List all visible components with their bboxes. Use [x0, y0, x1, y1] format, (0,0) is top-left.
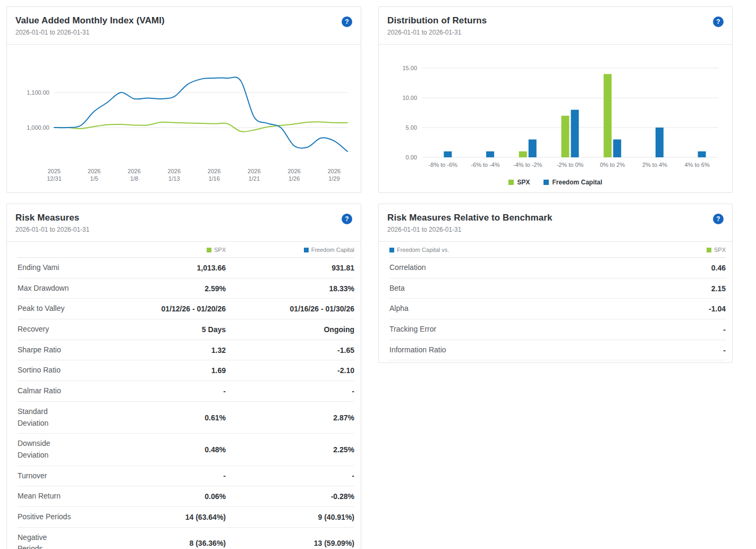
distribution-legend: SPX Freedom Capital: [379, 178, 732, 192]
spx-value: 8 (36.36%): [97, 539, 226, 547]
freedom-capital-swatch-icon: [389, 248, 394, 252]
legend-item-spx[interactable]: SPX: [508, 179, 530, 186]
table-row: Information Ratio -: [389, 340, 726, 361]
table-row: Correlation 0.46: [389, 258, 726, 278]
freedom-capital-value: 9 (40.91%): [226, 513, 354, 521]
help-icon[interactable]: ?: [342, 16, 352, 27]
risk-benchmark-table-header: Freedom Capital vs. SPX: [389, 242, 726, 258]
spx-value: 0.06%: [97, 492, 226, 501]
table-row: Standard Deviation 0.61% 2.87%: [18, 402, 354, 434]
vami-panel-title: Value Added Monthly Index (VAMI): [15, 15, 352, 26]
vami-line-chart: 1,000.001,100.00202512/3120261/520261/82…: [13, 50, 355, 189]
svg-text:1/26: 1/26: [288, 175, 300, 182]
freedom-capital-vs-label: Freedom Capital vs.: [397, 247, 449, 253]
risk-measures-subtitle: 2026-01-01 to 2026-01-31: [15, 226, 352, 233]
table-row: Negative Periods 8 (36.36%) 13 (59.09%): [18, 528, 354, 549]
distribution-panel-title: Distribution of Returns: [387, 15, 724, 26]
freedom-capital-value: 13 (59.09%): [226, 539, 354, 547]
legend-label-spx: SPX: [517, 179, 530, 186]
svg-text:1/29: 1/29: [328, 175, 339, 182]
svg-text:1/16: 1/16: [208, 175, 219, 182]
help-icon[interactable]: ?: [713, 16, 724, 27]
svg-text:2026: 2026: [208, 168, 220, 174]
metric-label: Information Ratio: [389, 344, 558, 356]
risk-benchmark-title: Risk Measures Relative to Benchmark: [387, 213, 724, 223]
spx-value: 1.32: [97, 346, 226, 354]
svg-text:-4% to -2%: -4% to -2%: [513, 162, 542, 168]
table-row: Ending Vami 1,013.66 931.81: [18, 258, 354, 278]
freedom-capital-value: 01/16/26 - 01/30/26: [226, 305, 354, 313]
vami-panel-subtitle: 2026-01-01 to 2026-01-31: [15, 29, 352, 36]
metric-label: Max Drawdown: [18, 283, 97, 294]
metric-label: Beta: [389, 283, 558, 294]
svg-text:-2% to 0%: -2% to 0%: [556, 162, 583, 168]
svg-text:4% to 6%: 4% to 6%: [684, 162, 709, 168]
svg-text:2026: 2026: [88, 168, 100, 174]
spx-value: -: [97, 387, 226, 395]
risk-measures-table: SPX Freedom Capital Ending Vami 1,013.66…: [7, 242, 361, 549]
risk-benchmark-panel: Risk Measures Relative to Benchmark 2026…: [378, 204, 733, 363]
metric-label: Turnover: [18, 470, 97, 482]
spx-column-header: SPX: [558, 247, 726, 253]
freedom-capital-swatch-icon: [543, 180, 549, 185]
spx-value: 0.61%: [97, 413, 226, 422]
risk-measures-title: Risk Measures: [15, 213, 352, 223]
metric-label: Correlation: [389, 262, 558, 274]
table-row: Max Drawdown 2.59% 18.33%: [18, 278, 354, 299]
svg-text:2% to 4%: 2% to 4%: [642, 162, 667, 168]
freedom-capital-value: -2.10: [226, 366, 354, 375]
table-row: Peak to Valley 01/12/26 - 01/20/26 01/16…: [18, 299, 354, 319]
legend-item-freedom-capital[interactable]: Freedom Capital: [543, 179, 602, 186]
table-row: Mean Return 0.06% -0.28%: [18, 486, 354, 507]
benchmark-relative-value: -: [558, 346, 726, 354]
metric-label: Recovery: [18, 324, 97, 335]
table-row: Positive Periods 14 (63.64%) 9 (40.91%): [18, 507, 354, 528]
metric-label: Alpha: [389, 303, 558, 315]
table-row: Tracking Error -: [389, 319, 726, 340]
risk-benchmark-subtitle: 2026-01-01 to 2026-01-31: [387, 226, 724, 233]
freedom-capital-column-header: Freedom Capital: [226, 247, 354, 253]
risk-measures-header: Risk Measures 2026-01-01 to 2026-01-31 ?: [7, 204, 361, 242]
legend-label-freedom-capital: Freedom Capital: [552, 179, 602, 186]
svg-text:15.00: 15.00: [402, 65, 417, 71]
spx-value: 01/12/26 - 01/20/26: [97, 305, 226, 313]
metric-label: Peak to Valley: [18, 303, 97, 315]
freedom-capital-swatch-icon: [304, 248, 309, 252]
svg-text:-8% to -6%: -8% to -6%: [428, 162, 457, 168]
freedom-capital-value: -: [226, 387, 354, 395]
spx-swatch-icon: [508, 180, 514, 185]
table-row: Recovery 5 Days Ongoing: [18, 319, 354, 340]
freedom-capital-value: -1.65: [226, 346, 354, 354]
spx-column-header: SPX: [97, 247, 226, 253]
spx-value: 5 Days: [97, 325, 226, 334]
benchmark-relative-value: 2.15: [558, 284, 726, 293]
freedom-capital-vs-header: Freedom Capital vs.: [389, 247, 558, 253]
svg-text:12/31: 12/31: [47, 175, 62, 182]
metric-label: Mean Return: [18, 491, 97, 502]
help-icon[interactable]: ?: [342, 214, 352, 224]
svg-text:2026: 2026: [128, 168, 140, 174]
risk-measures-table-header: SPX Freedom Capital: [18, 242, 354, 258]
help-icon[interactable]: ?: [713, 214, 724, 224]
distribution-chart-area: 0.005.0010.0015.00-8% to -6%-6% to -4%-4…: [379, 45, 732, 178]
table-row: Sharpe Ratio 1.32 -1.65: [18, 340, 354, 361]
dashboard: Value Added Monthly Index (VAMI) 2026-01…: [0, 0, 756, 549]
spx-value: 14 (63.64%): [97, 513, 226, 521]
benchmark-relative-value: 0.46: [558, 264, 726, 272]
metric-label: Ending Vami: [18, 262, 97, 274]
risk-measures-panel: Risk Measures 2026-01-01 to 2026-01-31 ?…: [6, 204, 361, 549]
vami-panel: Value Added Monthly Index (VAMI) 2026-01…: [6, 6, 361, 193]
metric-label: Positive Periods: [18, 511, 97, 523]
svg-text:2026: 2026: [287, 168, 300, 174]
risk-benchmark-table: Freedom Capital vs. SPX Correlation 0.46…: [379, 242, 732, 362]
risk-measures-rows: Ending Vami 1,013.66 931.81 Max Drawdown…: [18, 258, 354, 549]
table-row: Turnover - -: [18, 466, 354, 487]
spx-column-label: SPX: [714, 247, 726, 253]
spx-swatch-icon: [707, 248, 711, 252]
distribution-bar-chart: 0.005.0010.0015.00-8% to -6%-6% to -4%-4…: [385, 50, 727, 174]
benchmark-relative-value: -: [558, 325, 726, 334]
svg-text:2025: 2025: [48, 168, 61, 174]
metric-label: Tracking Error: [389, 324, 558, 335]
freedom-capital-column-label: Freedom Capital: [311, 247, 354, 253]
freedom-capital-value: -0.28%: [226, 492, 354, 501]
